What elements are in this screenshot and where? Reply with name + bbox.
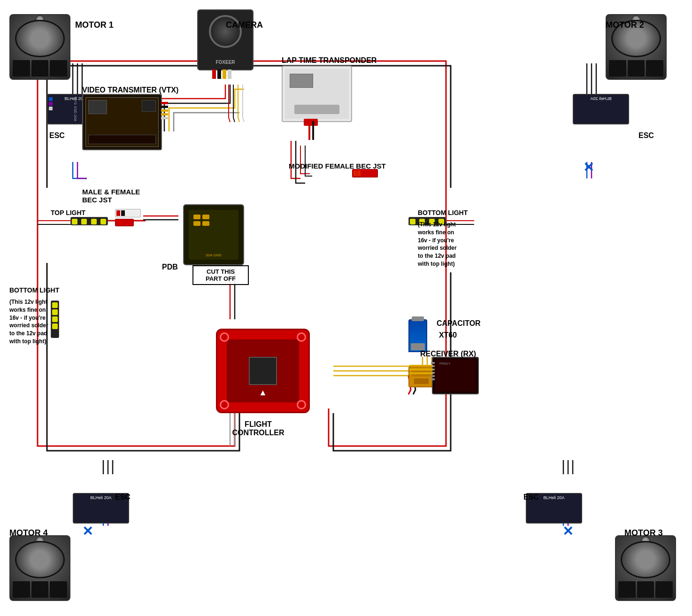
motor-3 [615,535,676,601]
transponder-label: LAP TIME TRANSPONDER [282,56,377,65]
pdb-label: PDB [162,263,178,271]
wire-black-5 [628,60,645,77]
capacitor [408,319,427,352]
bec-jst-label: MALE & FEMALE BEC JST [82,188,140,204]
top-light [70,217,108,225]
wire-black-12 [50,581,67,598]
wire-black-2 [31,60,49,77]
wire-black-8 [637,581,654,598]
vtx-label: VIDEO TRANSMITER (VTX) [82,86,178,94]
motor-3-wires [618,579,673,598]
motor-4 [9,535,70,601]
motor-4-wires [13,579,67,598]
modified-bec-area [352,169,378,177]
wire-black-11 [31,581,49,598]
transponder [282,66,352,122]
esc-br-label: ESC [523,493,539,501]
motor-4-label: MOTOR 4 [9,528,48,538]
wire-black-7 [618,581,636,598]
bec-jst-area [115,209,141,226]
pdb: 30A GND [183,204,244,265]
wire-black-3 [50,60,67,77]
bottom-light-right-label: BOTTOM LIGHT [418,209,468,216]
motor-1 [9,14,70,80]
diagram-container: MOTOR 1 MOTOR 2 MOTOR 3 MOTOR 4 [0,0,692,616]
esc-tr-label: ESC [638,131,654,140]
fc-chip [249,357,277,385]
bottom-light-left-note: (This 12v light works fine on 16v - if y… [9,298,75,346]
motor-1-label: MOTOR 1 [75,20,114,30]
wire-black-4 [609,60,626,77]
wire-black-1 [13,60,30,77]
esc-bl-cross: ✕ [82,524,93,539]
top-light-label: TOP LIGHT [51,209,85,216]
motor-3-inner [621,541,670,578]
camera: FOXEER [197,9,254,70]
fc-label: FLIGHT CONTROLLER [211,420,305,437]
receiver: FRSKY [432,357,479,394]
wire-black-10 [13,581,30,598]
motor-3-label: MOTOR 3 [624,528,663,538]
cut-label: CUT THIS PART OFF [192,265,249,285]
motor-1-inner [15,20,65,57]
wire-black-6 [646,60,663,77]
capacitor-label: CAPACITOR [437,319,481,328]
esc-tr-cross: ✕ [583,160,594,175]
vtx [82,94,162,150]
receiver-label: RECEIVER (RX) [420,350,476,358]
wire-black-9 [655,581,673,598]
motor-4-inner [15,541,65,578]
motor-2-label: MOTOR 2 [606,20,644,30]
motor-2-wires [609,58,663,77]
esc-bl-label: ESC [115,493,131,501]
motor-1-wires [13,58,67,77]
esc-top-right: BLHeli 20A [573,94,629,124]
bottom-light-right-note: (This 12v light works fine on 16v - if y… [418,221,484,268]
esc-br-cross: ✕ [562,524,573,539]
flight-controller: ▲ [216,329,310,413]
camera-label: CAMERA [226,20,263,30]
xt60-label: XT60 [439,331,457,339]
modified-bec-label: MODIFIED FEMALE BEC JST [289,162,386,170]
bottom-light-left-label: BOTTOM LIGHT [9,286,59,294]
esc-tl-label: ESC [49,131,65,140]
pdb-inner: 30A GND [189,210,238,260]
